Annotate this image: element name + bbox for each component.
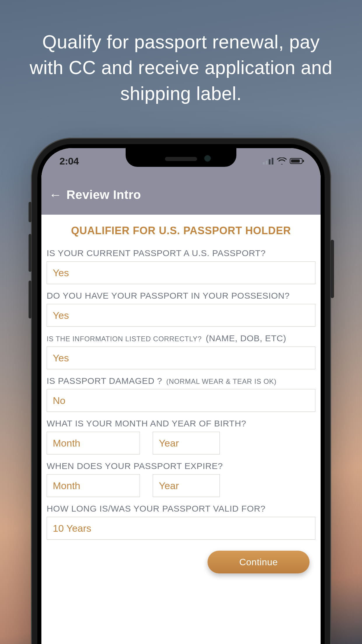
q7-label: HOW LONG IS/WAS YOUR PASSPORT VALID FOR? [47, 503, 315, 514]
phone-screen: 2:04 [41, 148, 321, 644]
svg-rect-0 [263, 162, 265, 164]
cellular-icon [263, 158, 274, 164]
phone-volume-down [29, 281, 31, 318]
promo-headline: Qualify for passport renewal, pay with C… [0, 29, 362, 106]
q6-month-select[interactable]: Month [47, 474, 140, 497]
q4-select[interactable]: No [47, 389, 315, 412]
q4-label: IS PASSPORT DAMAGED ? (NORMAL WEAR & TEA… [47, 376, 315, 386]
q1-select[interactable]: Yes [47, 261, 315, 284]
page-heading: QUALIFIER FOR U.S. PASSPORT HOLDER [47, 225, 315, 237]
phone-power-button [331, 240, 334, 298]
form-content: QUALIFIER FOR U.S. PASSPORT HOLDER IS YO… [41, 215, 321, 644]
svg-rect-2 [269, 159, 270, 164]
q3-select[interactable]: Yes [47, 346, 315, 369]
q5-year-select[interactable]: Year [153, 432, 220, 454]
q5-month-select[interactable]: Month [47, 432, 140, 454]
svg-rect-1 [266, 161, 268, 164]
battery-icon [290, 158, 304, 164]
svg-rect-6 [303, 160, 304, 162]
q6-label: WHEN DOES YOUR PASSPORT EXPIRE? [47, 461, 315, 471]
status-bar: 2:04 [41, 148, 321, 174]
q5-label: WHAT IS YOUR MONTH AND YEAR OF BIRTH? [47, 418, 315, 429]
q3-label: IS THE INFORMATION LISTED CORRECTLY? (NA… [47, 333, 315, 344]
q6-year-select[interactable]: Year [153, 474, 220, 497]
q7-select[interactable]: 10 Years [47, 517, 315, 540]
wifi-icon [277, 158, 287, 164]
svg-rect-5 [291, 160, 300, 163]
phone-volume-up [29, 234, 31, 272]
phone-frame: 2:04 [31, 138, 331, 644]
phone-mute-switch [29, 202, 31, 222]
status-time: 2:04 [59, 155, 79, 167]
continue-button[interactable]: Continue [208, 551, 310, 573]
q2-select[interactable]: Yes [47, 304, 315, 327]
svg-rect-3 [272, 158, 273, 164]
back-arrow-icon[interactable]: ← [49, 188, 62, 201]
nav-title[interactable]: Review Intro [66, 188, 141, 202]
q2-label: DO YOU HAVE YOUR PASSPORT IN YOUR POSSES… [47, 290, 315, 301]
q1-label: IS YOUR CURRENT PASSPORT A U.S. PASSPORT… [47, 248, 315, 258]
